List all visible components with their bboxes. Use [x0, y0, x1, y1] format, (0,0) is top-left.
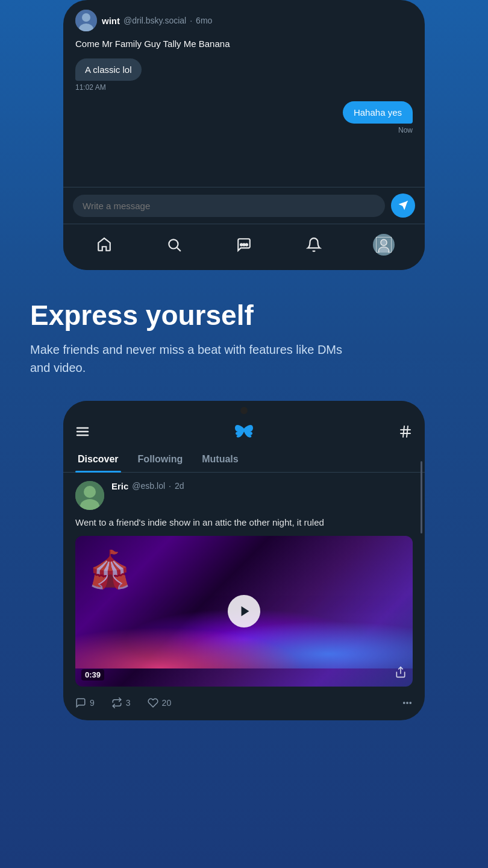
share-icon	[395, 666, 407, 678]
tab-following[interactable]: Following	[136, 447, 186, 472]
received-bubble: A classic lol	[75, 58, 142, 81]
retweet-action[interactable]: 3	[111, 697, 131, 708]
post-actions: 9 3 20	[75, 694, 413, 712]
send-icon	[398, 200, 408, 211]
tabs-bar: Discover Following Mutuals	[63, 447, 425, 473]
svg-point-24	[407, 702, 408, 703]
home-icon	[96, 237, 112, 253]
post-text: Went to a friend's indie show in an atti…	[75, 516, 413, 529]
tab-mutuals[interactable]: Mutuals	[199, 447, 240, 472]
bottom-nav	[63, 224, 425, 270]
sender-avatar	[75, 10, 97, 31]
hamburger-button[interactable]	[75, 424, 90, 441]
butterfly-icon	[235, 424, 253, 439]
svg-point-5	[240, 244, 242, 245]
video-thumbnail[interactable]: 0:39	[75, 536, 413, 687]
send-button[interactable]	[391, 193, 415, 218]
promo-subtext: Make friends and never miss a beat with …	[30, 341, 343, 377]
message-input[interactable]	[73, 195, 385, 217]
tab-discover[interactable]: Discover	[75, 447, 121, 472]
post-separator: ·	[169, 481, 171, 491]
svg-line-4	[177, 248, 181, 251]
play-button[interactable]	[228, 595, 260, 627]
svg-point-23	[404, 702, 405, 703]
scrollbar[interactable]	[421, 461, 422, 533]
svg-point-7	[246, 244, 248, 245]
phone-2: Discover Following Mutuals Eric @esb.lol	[63, 401, 425, 720]
heart-icon	[148, 697, 158, 708]
more-icon	[402, 697, 413, 708]
svg-line-17	[407, 426, 408, 437]
chat-handle: @dril.bsky.social	[124, 16, 186, 25]
chat-area: wint @dril.bsky.social · 6mo Come Mr Fam…	[63, 0, 425, 187]
post-area: Eric @esb.lol · 2d Went to a friend's in…	[63, 473, 425, 720]
play-icon	[239, 605, 252, 618]
phone-notch	[63, 401, 425, 418]
svg-point-3	[169, 239, 178, 248]
messages-icon	[236, 237, 252, 253]
post-header: Eric @esb.lol · 2d	[75, 481, 413, 510]
received-time: 11:02 AM	[75, 83, 413, 92]
nav-home[interactable]	[91, 231, 117, 258]
promo-section: Express yourself Make friends and never …	[0, 270, 488, 401]
post-meta: Eric @esb.lol · 2d	[111, 481, 184, 491]
chat-post-text: Come Mr Family Guy Tally Me Banana	[75, 39, 413, 49]
svg-point-10	[378, 247, 389, 253]
more-action[interactable]	[402, 697, 413, 708]
chat-header: wint @dril.bsky.social · 6mo	[75, 10, 413, 31]
sent-bubble-wrapper: Hahaha yes Now	[75, 101, 413, 134]
video-share-button[interactable]	[395, 666, 407, 681]
nav-profile[interactable]	[371, 231, 397, 258]
like-action[interactable]: 20	[148, 697, 172, 708]
svg-point-6	[243, 244, 245, 245]
nav-messages[interactable]	[231, 231, 257, 258]
hamburger-icon	[75, 424, 90, 439]
sent-bubble: Hahaha yes	[343, 101, 413, 124]
video-duration: 0:39	[81, 669, 104, 681]
svg-marker-21	[241, 606, 249, 616]
bell-icon	[306, 237, 322, 253]
hashtag-button[interactable]	[398, 424, 413, 441]
svg-line-16	[403, 426, 404, 437]
chat-username: wint	[102, 16, 120, 26]
post-username: Eric	[111, 481, 128, 491]
like-count: 20	[162, 698, 172, 708]
camera-dot	[240, 407, 248, 414]
search-icon	[166, 237, 182, 253]
bluesky-logo	[235, 424, 253, 442]
comment-action[interactable]: 9	[75, 697, 95, 708]
post-time: 2d	[175, 481, 184, 491]
promo-headline: Express yourself	[30, 300, 458, 331]
chat-header-info: wint @dril.bsky.social · 6mo	[102, 16, 212, 26]
message-input-bar	[63, 187, 425, 224]
chat-post-age: 6mo	[196, 16, 212, 25]
nav-search[interactable]	[161, 231, 187, 258]
nav-notifications[interactable]	[301, 231, 327, 258]
post-avatar	[75, 481, 104, 510]
retweet-icon	[111, 697, 122, 708]
comment-icon	[75, 697, 86, 708]
retweet-count: 3	[126, 698, 131, 708]
sent-time: Now	[398, 126, 413, 134]
post-info: Eric @esb.lol · 2d	[111, 481, 184, 491]
hashtag-icon	[398, 424, 413, 439]
svg-point-19	[84, 486, 96, 498]
phone2-header	[63, 418, 425, 447]
post-handle: @esb.lol	[132, 481, 165, 491]
svg-point-9	[381, 239, 387, 245]
svg-point-25	[410, 702, 411, 703]
comment-count: 9	[90, 698, 95, 708]
chat-time-ago: ·	[190, 16, 192, 25]
svg-point-1	[82, 13, 90, 22]
phone-1: wint @dril.bsky.social · 6mo Come Mr Fam…	[63, 0, 425, 270]
profile-avatar	[373, 234, 395, 256]
